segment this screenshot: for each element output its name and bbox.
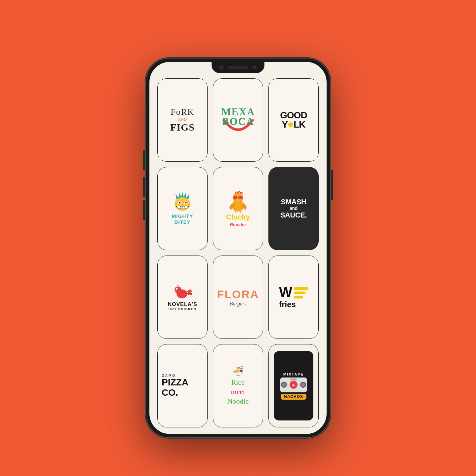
smash-line1: SMASH [280, 198, 307, 206]
app-tile-mexa-boca[interactable]: MEXA BOCA ´ [213, 78, 263, 162]
good-yolk-good: GOOD [280, 111, 307, 120]
svg-point-24 [177, 289, 178, 290]
good-yolk-yolk: YLK [282, 120, 305, 129]
app-grid: FoRK AND FIGS MEXA BOCA ´ [157, 78, 319, 427]
nachos-label: NACHOS [281, 394, 306, 400]
app-tile-novelas[interactable]: NOVELA'S HOT CHICKEN [157, 256, 208, 339]
smash-line3: SAUCE. [280, 211, 307, 219]
phone-shell: FoRK AND FIGS MEXA BOCA ´ [145, 58, 331, 438]
w-fries-logo: W fries [279, 285, 308, 309]
fries-lines-graphic [294, 287, 308, 298]
tape-reel-left [281, 382, 287, 388]
mexa-boca-logo: MEXA BOCA ´ [216, 83, 260, 157]
fries-line-3 [294, 296, 303, 298]
svg-rect-15 [233, 196, 237, 199]
phone-wrapper: FoRK AND FIGS MEXA BOCA ´ [145, 58, 331, 438]
tape-body [280, 377, 307, 392]
smash-and: and [280, 206, 307, 211]
meet-text: meet [231, 387, 245, 396]
flora-name: FLORA [217, 288, 259, 301]
noodle-bowl-emoji: 🍜 [232, 366, 244, 377]
fork-figs-line2: FIGS [170, 122, 195, 133]
fries-line-2 [294, 292, 305, 294]
novelas-sub: HOT CHICKEN [168, 307, 197, 311]
phone-screen: FoRK AND FIGS MEXA BOCA ´ [149, 62, 327, 434]
yolk-egg [288, 122, 293, 127]
app-tile-rice-meet-noodle[interactable]: 🍜 Rice meet Noodle [213, 344, 263, 427]
clucky-rooster-label: Clucky Rooster [226, 213, 250, 227]
app-tile-mixtape-nachos[interactable]: MIXTAPE NACHOS [268, 344, 319, 427]
mighty-bitey-logo-face [171, 192, 194, 212]
gamo-pizza-logo: GAMO PIZZACO. [162, 374, 188, 398]
svg-rect-9 [178, 206, 180, 208]
app-tile-w-fries[interactable]: W fries [268, 256, 319, 339]
y-letter: Y [282, 120, 288, 129]
camera-dot-2 [253, 65, 257, 69]
app-tile-good-yolk[interactable]: GOOD YLK [268, 78, 319, 162]
svg-text:´: ´ [249, 109, 251, 114]
rice-text: Rice [231, 378, 245, 386]
app-tile-gamo-pizza[interactable]: GAMO PIZZACO. [157, 344, 208, 427]
fork-figs-and: AND [170, 117, 195, 122]
app-tile-smash-sauce[interactable]: SMASH and SAUCE. [268, 167, 319, 250]
mixtape-title-text: MIXTAPE [283, 372, 304, 376]
svg-point-8 [185, 202, 186, 203]
lk-letters: LK [294, 120, 305, 129]
svg-text:BOCA: BOCA [222, 116, 254, 127]
mixtape-logo: MIXTAPE NACHOS [274, 351, 314, 421]
app-tile-mighty-bitey[interactable]: MIGHTYBITEY [157, 167, 208, 250]
fork-figs-line1: FoRK [170, 107, 195, 117]
rice-meet-noodle-label: Rice meet Noodle [227, 378, 249, 406]
speaker-bar [228, 66, 248, 69]
fork-figs-logo: FoRK AND FIGS [170, 107, 195, 133]
novelas-label: NOVELA'S HOT CHICKEN [168, 301, 197, 311]
smash-sauce-logo: SMASH and SAUCE. [280, 198, 307, 219]
app-tile-flora-burgers[interactable]: FLORA Burgers [213, 256, 263, 339]
good-yolk-logo: GOOD YLK [280, 111, 307, 129]
clucky-rooster-bird [226, 190, 250, 213]
svg-rect-12 [185, 206, 187, 208]
svg-rect-16 [239, 196, 243, 199]
fries-label: fries [279, 300, 296, 309]
mighty-bitey-label: MIGHTYBITEY [172, 213, 193, 225]
flora-sub: Burgers [230, 301, 247, 307]
app-tile-clucky-rooster[interactable]: Clucky Rooster [213, 167, 263, 250]
clucky-name: Clucky [226, 213, 250, 221]
w-letter: W [279, 285, 292, 299]
novelas-bird-logo [173, 284, 192, 300]
svg-rect-11 [183, 207, 185, 209]
fries-line-1 [294, 287, 308, 290]
phone-notch [212, 62, 264, 73]
camera-dot [219, 65, 223, 69]
tape-play-button [290, 381, 298, 389]
pizza-co-text: PIZZACO. [162, 377, 188, 398]
tape-reel-right [300, 382, 306, 388]
tape-holes [290, 378, 297, 380]
novelas-name: NOVELA'S [168, 301, 197, 307]
clucky-sub: Rooster [230, 222, 246, 227]
noodle-text: Noodle [227, 397, 249, 405]
app-tile-fork-figs[interactable]: FoRK AND FIGS [157, 78, 208, 162]
svg-point-7 [179, 202, 180, 203]
svg-rect-10 [180, 207, 182, 209]
